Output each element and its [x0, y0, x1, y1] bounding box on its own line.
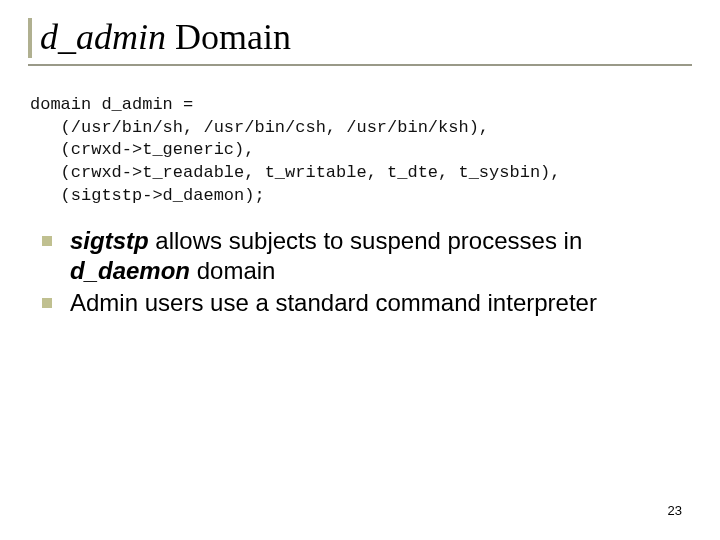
domain-code-block: domain d_admin = (/usr/bin/sh, /usr/bin/… — [30, 94, 692, 209]
bullet-text-2: Admin users use a standard command inter… — [70, 288, 597, 318]
bullet-square-icon — [42, 236, 52, 246]
bullet-text-1: sigtstp allows subjects to suspend proce… — [70, 226, 692, 286]
code-line-4: (crwxd->t_readable, t_writable, t_dte, t… — [30, 163, 561, 182]
code-line-1: domain d_admin = — [30, 95, 193, 114]
run: Admin users use a standard command inter… — [70, 289, 597, 316]
run: domain — [190, 257, 275, 284]
run: sigtstp — [70, 227, 149, 254]
list-item: sigtstp allows subjects to suspend proce… — [42, 226, 692, 286]
title-rest: Domain — [166, 17, 291, 57]
code-line-3: (crwxd->t_generic), — [30, 140, 254, 159]
slide-title: d_admin Domain — [28, 18, 291, 58]
bullet-list: sigtstp allows subjects to suspend proce… — [42, 226, 692, 318]
run: d_daemon — [70, 257, 190, 284]
title-italic: d_admin — [40, 17, 166, 57]
title-underline: d_admin Domain — [28, 18, 692, 66]
run: allows subjects to suspend processes in — [149, 227, 583, 254]
slide: d_admin Domain domain d_admin = (/usr/bi… — [0, 0, 720, 540]
page-number: 23 — [668, 503, 682, 518]
bullet-square-icon — [42, 298, 52, 308]
code-line-5: (sigtstp->d_daemon); — [30, 186, 265, 205]
code-line-2: (/usr/bin/sh, /usr/bin/csh, /usr/bin/ksh… — [30, 118, 489, 137]
list-item: Admin users use a standard command inter… — [42, 288, 692, 318]
